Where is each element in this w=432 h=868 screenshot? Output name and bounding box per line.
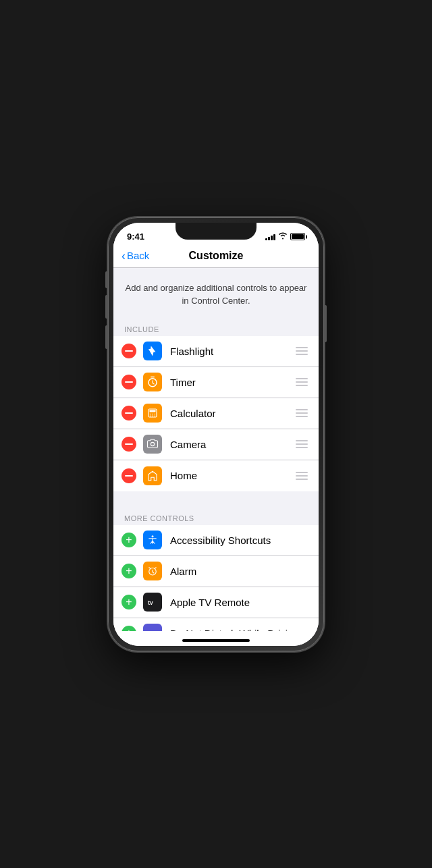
flashlight-icon [143,342,162,360]
flashlight-label: Flashlight [170,346,293,357]
remove-calculator-button[interactable] [122,406,136,421]
camera-drag-handle[interactable] [293,437,310,451]
remove-home-button[interactable] [122,468,136,483]
battery-icon [290,233,305,240]
phone-frame: 9:41 [108,217,324,651]
svg-point-3 [150,414,151,415]
add-appletv-button[interactable] [122,595,136,609]
navigation-bar: ‹ Back Customize [113,244,319,268]
add-accessibility-button[interactable] [122,533,136,547]
remove-flashlight-button[interactable] [122,344,136,358]
alarm-label: Alarm [170,566,310,577]
list-item: Camera [113,429,319,460]
remove-timer-button[interactable] [122,375,136,389]
timer-label: Timer [170,377,293,388]
timer-icon [143,373,162,391]
accessibility-shortcuts-label: Accessibility Shortcuts [170,535,310,546]
add-dnd-driving-button[interactable] [122,626,136,631]
home-icon [143,466,162,485]
home-drag-handle[interactable] [293,469,310,483]
status-icons [265,232,305,241]
appletv-remote-label: Apple TV Remote [170,597,310,608]
calculator-label: Calculator [170,408,293,419]
volume-down-button[interactable] [105,325,108,349]
svg-rect-2 [150,410,156,412]
add-alarm-button[interactable] [122,564,136,578]
volume-up-button[interactable] [105,295,108,319]
page-title: Customize [189,250,244,262]
back-chevron-icon: ‹ [122,250,126,262]
appletv-remote-icon: tv [143,593,162,612]
dnd-driving-icon [143,624,162,631]
svg-point-9 [151,442,154,445]
calculator-icon [143,404,162,423]
phone-screen: 9:41 [113,223,319,646]
svg-point-5 [155,414,156,415]
camera-icon [143,435,162,454]
list-item: Timer [113,367,319,398]
back-button[interactable]: ‹ Back [122,250,149,262]
flashlight-drag-handle[interactable] [293,344,310,358]
svg-point-4 [152,414,153,415]
calculator-drag-handle[interactable] [293,406,310,420]
scroll-content[interactable]: Add and organize additional controls to … [113,268,319,631]
list-item: Flashlight [113,336,319,367]
power-button[interactable] [324,305,327,342]
more-controls-list: Accessibility Shortcuts Alarm [113,525,319,631]
dnd-driving-label: Do Not Disturb While Driving [170,628,310,631]
accessibility-shortcuts-icon [143,531,162,549]
screen-content: ‹ Back Customize Add and organize additi… [113,244,319,646]
list-item: Alarm [113,556,319,587]
home-bar [182,639,250,642]
include-section-header: INCLUDE [113,321,319,336]
remove-camera-button[interactable] [122,437,136,452]
list-item: Home [113,460,319,491]
more-controls-section-header: MORE CONTROLS [113,510,319,525]
description-text: Add and organize additional controls to … [124,281,308,308]
notch [176,223,256,240]
timer-drag-handle[interactable] [293,375,310,389]
signal-icon [265,233,275,240]
home-label: Home [170,470,293,481]
svg-point-7 [152,415,153,416]
svg-point-8 [155,415,156,416]
alarm-icon [143,562,162,580]
list-item: Accessibility Shortcuts [113,525,319,556]
list-item: tv Apple TV Remote [113,587,319,618]
back-label: Back [127,250,149,261]
list-item: Calculator [113,398,319,429]
camera-label: Camera [170,439,293,450]
svg-point-6 [150,415,151,416]
include-list: Flashlight Timer [113,336,319,491]
section-gap [113,491,319,510]
svg-text:tv: tv [148,600,153,606]
svg-point-10 [152,535,154,537]
home-indicator [113,631,319,646]
status-time: 9:41 [127,232,144,242]
wifi-icon [278,232,288,241]
description-section: Add and organize additional controls to … [113,268,319,321]
list-item: Do Not Disturb While Driving [113,618,319,631]
